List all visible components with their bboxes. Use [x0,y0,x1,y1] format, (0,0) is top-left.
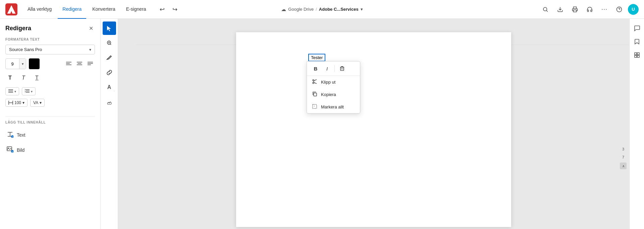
chevron-down-icon[interactable]: ▾ [361,7,363,12]
svg-text:+: + [12,150,13,152]
context-italic-button[interactable]: I [322,63,332,74]
svg-rect-39 [340,67,344,71]
download-button[interactable] [554,3,566,15]
color-swatch[interactable] [29,58,40,69]
font-name: Source Sans Pro [9,47,42,52]
scale-row: 100 ▾ VA ▾ [5,99,95,107]
bold-text-button[interactable]: T [5,73,15,83]
nav-item-redigera[interactable]: Redigera [58,0,86,19]
context-toolbar-divider [334,65,335,72]
section-divider [5,116,95,117]
svg-rect-52 [637,55,639,57]
edit-tool-button[interactable] [103,51,116,64]
close-panel-button[interactable]: ✕ [87,24,95,32]
svg-point-42 [313,80,314,81]
svg-text:+: + [12,136,13,138]
nav-item-konvertera[interactable]: Konvertera [88,0,120,19]
para-spacing-arrow: ▾ [31,90,33,93]
svg-line-44 [314,80,317,81]
font-controls: 9 ▾ [5,58,95,69]
context-menu: B I Klipp ut [307,61,360,113]
add-image-icon: + [7,146,13,154]
search-button[interactable] [539,3,551,15]
align-left-button[interactable] [64,59,73,68]
cloud-icon: ☁ [281,6,286,12]
svg-point-30 [8,148,9,149]
select-tool-button[interactable] [103,21,116,35]
align-justify-button[interactable] [86,59,95,68]
bookmarks-button[interactable] [632,36,642,47]
context-select-all-item[interactable]: Markera allt [307,101,360,113]
page-indicators: 3 7 ∧ [620,146,627,169]
para-spacing-control[interactable]: ▾ [22,87,36,95]
select-all-icon [312,104,318,110]
add-text-label: Text [17,132,25,138]
cloud-label: Google Drive [288,7,314,12]
underline-text-button[interactable]: T [32,73,42,83]
context-bold-button[interactable]: B [310,63,321,74]
italic-text-button[interactable]: T [19,73,28,83]
scale-value: 100 [14,100,21,105]
link-tool-button[interactable] [103,66,116,79]
scissors-icon [312,79,318,85]
svg-rect-51 [635,55,637,57]
svg-rect-49 [635,53,637,55]
nav-item-e-signera[interactable]: E-signera [121,0,151,19]
text-style-row: T T T [5,73,95,83]
line-spacing-control[interactable]: ▾ [5,87,19,95]
add-image-label: Bild [17,147,24,153]
canvas-area: Tester B I [118,19,629,229]
scale-arrow: ▾ [22,100,24,105]
font-size-control[interactable]: 9 ▾ [5,58,26,69]
left-panel: Redigera ✕ FORMATERA TEXT Source Sans Pr… [0,19,101,229]
context-copy-label: Kopiera [321,92,336,97]
add-text-tool-button[interactable]: A · [103,81,116,94]
tracking-arrow: ▾ [40,100,42,105]
font-size-stepper[interactable]: ▾ [19,58,26,69]
page-number-3[interactable]: 3 [621,146,626,152]
svg-rect-50 [637,53,639,55]
context-delete-button[interactable] [337,63,347,74]
top-navigation: Alla verktyg Redigera Konvertera E-signe… [0,0,644,19]
text-box[interactable]: Tester [308,54,325,61]
align-center-button[interactable] [75,59,84,68]
service-name: Adobe C...Services [319,7,359,12]
page-number-7[interactable]: 7 [621,154,626,160]
page-up-button[interactable]: ∧ [620,163,627,169]
grid-view-button[interactable] [632,50,642,60]
redo-button[interactable]: ↪ [169,3,181,15]
more-button[interactable]: ··· [598,3,610,15]
context-cut-item[interactable]: Klipp ut [307,76,360,88]
svg-rect-3 [574,10,577,12]
undo-button[interactable]: ↩ [156,3,168,15]
zoom-tool-button[interactable] [103,36,116,50]
svg-line-1 [546,10,547,11]
print-button[interactable] [569,3,581,15]
tracking-control[interactable]: VA ▾ [30,99,45,107]
nav-item-alla-verktyg[interactable]: Alla verktyg [23,0,56,19]
spacing-row: ▾ ▾ [5,87,95,95]
add-text-button[interactable]: + Text [5,128,95,142]
svg-line-45 [314,83,317,84]
tool-strip: A · [101,19,118,229]
scale-control[interactable]: 100 ▾ [5,99,28,107]
panel-title: Redigera [5,25,31,32]
svg-line-34 [110,44,111,45]
context-menu-toolbar: B I [307,61,360,76]
align-buttons [64,59,95,68]
svg-rect-47 [314,93,317,96]
panel-header: Redigera ✕ [5,24,95,32]
comments-button[interactable] [632,23,642,34]
right-panel [629,19,644,229]
user-avatar[interactable]: U [628,4,639,15]
audio-button[interactable] [584,3,596,15]
context-select-all-label: Markera allt [321,104,344,109]
help-button[interactable] [613,3,625,15]
context-copy-item[interactable]: Kopiera [307,88,360,101]
sign-tool-button[interactable] [103,95,116,109]
font-dropdown[interactable]: Source Sans Pro ▾ [5,45,95,54]
app-logo[interactable] [5,3,17,15]
add-image-button[interactable]: + Bild [5,142,95,157]
font-size-input[interactable]: 9 [6,61,19,66]
context-cut-label: Klipp ut [321,80,335,85]
